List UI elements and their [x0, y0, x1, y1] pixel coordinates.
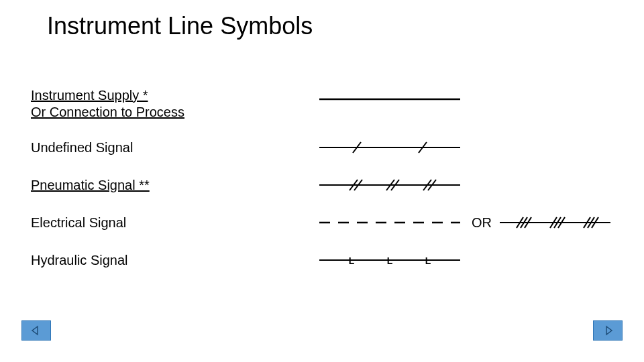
label-line2: Or Connection to Process	[31, 105, 184, 119]
slide: Instrument Line Symbols Instrument Suppl…	[0, 0, 644, 362]
svg-text:L: L	[349, 255, 355, 266]
label-instrument-supply: Instrument Supply * Or Connection to Pro…	[31, 87, 313, 121]
next-button[interactable]	[593, 320, 623, 341]
symbol-triple-slash	[496, 210, 614, 235]
symbol-double-slash	[313, 173, 467, 197]
label-pneumatic-signal: Pneumatic Signal **	[31, 177, 313, 194]
prev-button[interactable]	[21, 320, 51, 341]
row-instrument-supply: Instrument Supply * Or Connection to Pro…	[31, 87, 621, 129]
svg-marker-26	[32, 326, 38, 335]
row-electrical-signal: Electrical Signal OR	[31, 204, 621, 241]
or-label: OR	[467, 215, 496, 231]
symbol-table: Instrument Supply * Or Connection to Pro…	[31, 87, 621, 279]
arrow-left-icon	[30, 325, 43, 336]
page-title: Instrument Line Symbols	[47, 12, 313, 40]
svg-text:L: L	[425, 255, 431, 266]
label-electrical-signal: Electrical Signal	[31, 215, 313, 231]
row-undefined-signal: Undefined Signal	[31, 129, 621, 166]
label-hydraulic-signal: Hydraulic Signal	[31, 252, 313, 269]
svg-marker-27	[606, 326, 612, 335]
row-hydraulic-signal: Hydraulic Signal L L L	[31, 241, 621, 279]
symbol-l-marks: L L L	[313, 248, 467, 272]
symbol-single-slash	[313, 135, 467, 160]
symbol-solid-line	[313, 87, 467, 111]
symbol-dashed-line	[313, 210, 467, 235]
row-pneumatic-signal: Pneumatic Signal **	[31, 166, 621, 204]
svg-text:L: L	[387, 255, 393, 266]
label-line1: Instrument Supply *	[31, 88, 148, 103]
arrow-right-icon	[601, 325, 614, 336]
label-undefined-signal: Undefined Signal	[31, 139, 313, 156]
